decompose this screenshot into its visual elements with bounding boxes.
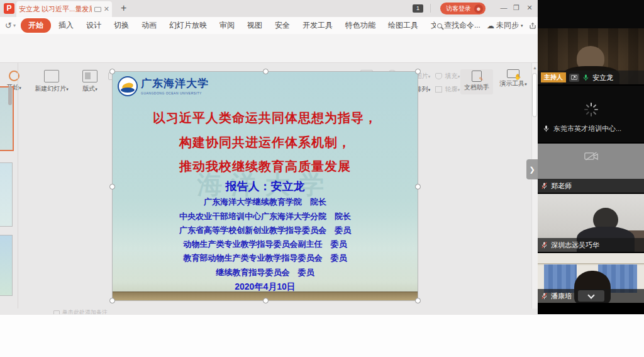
slide-title-line-2: 构建协同共进运作体系机制，	[113, 134, 418, 151]
participant-tile-loading[interactable]: 东莞市英才培训中心...	[538, 86, 644, 142]
tab-drawing-tools[interactable]: 绘图工具	[383, 18, 423, 33]
document-tab[interactable]: 安立龙 以习近平...量发展-4.10 ✕	[16, 1, 112, 17]
undo-dropdown-icon[interactable]: ▾	[13, 23, 16, 28]
doc-assistant-label: 文档助手	[464, 84, 489, 91]
document-count-badge: 1	[413, 4, 423, 13]
panel-divider	[18, 63, 18, 309]
wps-presentation-window: P 安立龙 以习近平...量发展-4.10 ✕ + 1 访客登录 ☻ — ❐ ✕…	[0, 0, 538, 314]
selection-handle[interactable]	[263, 298, 269, 303]
camera-off-icon	[584, 151, 598, 164]
slide-title-line-3: 推动我校继续教育高质量发展	[113, 158, 418, 175]
participant-tile-video[interactable]: 深圳志远吴巧华	[538, 194, 644, 252]
credential-line-6: 继续教育指导委员会 委员	[113, 267, 418, 278]
fill-label: 填充	[445, 72, 458, 79]
new-slide-button[interactable]: 新建幻灯片▾	[30, 70, 73, 93]
home-toolbar: 开始▾ 新建幻灯片▾ 版式▾ 重置 ▾ -0.05▾ A⁺ A	[0, 34, 538, 63]
credential-line-5: 教育部动物生产类专业教学指导委员会 委员	[113, 252, 418, 264]
find-command[interactable]: 查找命令...	[437, 20, 480, 31]
layout-button[interactable]: 版式▾	[75, 70, 104, 93]
scrollbar-thumb[interactable]	[532, 73, 537, 117]
collapse-videos-button[interactable]	[578, 290, 604, 302]
selection-handle[interactable]	[415, 69, 421, 74]
scroll-up-icon[interactable]: ▲	[533, 65, 537, 70]
layout-icon	[82, 70, 97, 82]
selection-handle[interactable]	[109, 184, 115, 190]
present-tools-label: 演示工具	[499, 80, 525, 87]
university-emblem-icon	[118, 76, 138, 96]
tab-special-features[interactable]: 特色功能	[340, 18, 380, 33]
fill-button: 填充▾	[435, 72, 460, 81]
slide-thumbnail-3[interactable]	[0, 235, 13, 296]
tab-review[interactable]: 审阅	[214, 18, 240, 33]
participant-tile-camera-off[interactable]: 郑老师	[538, 144, 644, 193]
titlebar-divider	[430, 4, 431, 13]
find-command-label: 查找命令...	[444, 20, 480, 31]
credential-line-4: 动物生产类专业教学指导委员会副主任 委员	[113, 239, 418, 250]
guest-login-button[interactable]: 访客登录 ☻	[440, 3, 486, 14]
participant-tile-host[interactable]: 主持人 安立龙	[538, 0, 644, 84]
selection-handle[interactable]	[415, 298, 421, 303]
present-tools-icon: ✋	[507, 69, 519, 78]
outline-icon	[435, 86, 442, 93]
undo-icon[interactable]: ↺	[5, 21, 12, 30]
participant-name: 潘康培	[551, 292, 572, 301]
search-icon	[437, 23, 442, 28]
wps-ppt-logo-icon: P	[4, 3, 14, 14]
window-close-button[interactable]: ✕	[525, 4, 535, 12]
tab-slideshow[interactable]: 幻灯片放映	[164, 18, 212, 33]
camera-off-placeholder	[538, 144, 644, 179]
tab-design[interactable]: 设计	[81, 18, 106, 33]
participant-name: 安立龙	[592, 73, 613, 82]
cloud-sync-button[interactable]: ☁ 未同步 ▾	[487, 20, 523, 31]
screen-sharing-icon	[569, 74, 579, 82]
mic-muted-icon	[541, 241, 548, 249]
slide-canvas[interactable]: 海洋大学 广东海洋大学 GUANGDONG OCEAN UNIVERSITY 以…	[112, 71, 418, 301]
slide-date: 2020年4月10日	[113, 281, 418, 293]
doc-assistant-button[interactable]: ✎ 文档助手	[460, 69, 493, 94]
tab-pin-icon[interactable]	[94, 7, 101, 12]
university-name-en: GUANGDONG OCEAN UNIVERSITY	[141, 91, 209, 95]
minimize-button[interactable]: —	[499, 4, 509, 11]
slide-thumbnail-2[interactable]	[0, 162, 13, 227]
meeting-control-bar: 解除静音 ▲ 开启视频 ▲ 共享屏幕	[0, 314, 644, 357]
sync-label: 未同步	[496, 20, 519, 31]
selection-handle[interactable]	[109, 298, 115, 303]
participant-name: 深圳志远吴巧华	[551, 241, 599, 250]
mic-on-icon	[543, 125, 550, 133]
tab-home[interactable]: 开始	[21, 18, 51, 33]
tab-transition[interactable]: 切换	[109, 18, 134, 33]
credential-line-2: 中央农业干部培训中心广东海洋大学分院 院长	[113, 211, 418, 222]
thumbnail-scrollbar[interactable]	[8, 86, 12, 105]
loading-spinner-icon	[584, 102, 599, 117]
tab-animation[interactable]: 动画	[136, 18, 162, 33]
tab-insert[interactable]: 插入	[53, 18, 79, 33]
outline-button: 轮廓▾	[435, 85, 460, 94]
university-logo: 广东海洋大学 GUANGDONG OCEAN UNIVERSITY	[118, 76, 209, 96]
new-slide-icon	[44, 70, 59, 82]
selection-handle[interactable]	[263, 69, 269, 74]
new-tab-button[interactable]: +	[121, 3, 126, 14]
credential-line-3: 广东省高等学校创新创业教学指导委员会 委员	[113, 225, 418, 236]
university-name: 广东海洋大学	[141, 76, 209, 91]
tab-view[interactable]: 视图	[242, 18, 267, 33]
outline-label: 轮廓	[445, 86, 458, 93]
layout-label: 版式	[82, 85, 95, 92]
mic-on-icon	[582, 74, 589, 82]
new-slide-label: 新建幻灯片	[35, 85, 66, 92]
guest-avatar-icon: ☻	[474, 4, 483, 13]
tab-dev-tools[interactable]: 开发工具	[297, 18, 338, 33]
participant-tile-video-2[interactable]: 潘康培	[538, 253, 644, 303]
tab-security[interactable]: 安全	[270, 18, 295, 33]
panel-expand-toggle[interactable]: ❯	[526, 159, 538, 179]
present-tools-button[interactable]: ✋ 演示工具▾	[497, 69, 530, 88]
selection-handle[interactable]	[109, 69, 115, 74]
mic-muted-icon	[541, 182, 548, 190]
selection-handle[interactable]	[415, 184, 421, 190]
guest-login-label: 访客登录	[446, 4, 471, 13]
tab-close-icon[interactable]: ✕	[104, 5, 109, 13]
slide-title-line-1: 以习近平人类命运共同体思想为指导，	[113, 110, 418, 127]
document-tab-title: 安立龙 以习近平...量发展-4.10	[19, 4, 92, 14]
tab-text-tools[interactable]: 文本工具	[426, 18, 436, 33]
cloud-icon: ☁	[487, 21, 494, 30]
restore-button[interactable]: ❐	[511, 4, 521, 12]
